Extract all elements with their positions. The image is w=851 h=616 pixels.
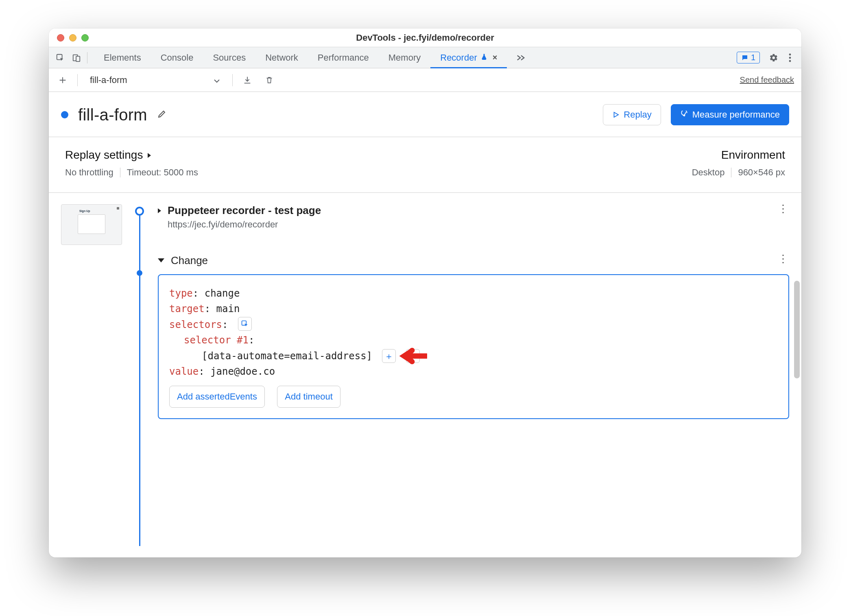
page-thumbnail[interactable]: Sign Up [61, 204, 122, 245]
svg-point-4 [789, 57, 791, 59]
svg-rect-2 [76, 56, 80, 61]
steps-content: Puppeteer recorder - test page https://j… [158, 204, 789, 546]
environment-heading: Environment [721, 149, 785, 162]
step-navigate-title: Puppeteer recorder - test page [168, 204, 321, 217]
annotation-arrow-icon [397, 346, 427, 366]
recording-title: fill-a-form [78, 106, 147, 124]
issues-button[interactable]: 1 [737, 52, 760, 63]
devtools-tabbar: Elements Console Sources Network Perform… [49, 47, 801, 68]
field-target-value[interactable]: main [216, 303, 240, 315]
recording-select[interactable]: fill-a-form [86, 73, 224, 87]
tab-performance[interactable]: Performance [308, 47, 379, 68]
tab-elements[interactable]: Elements [94, 47, 151, 68]
timeout-value: Timeout: 5000 ms [127, 167, 198, 178]
window-title: DevTools - jec.fyi/demo/recorder [356, 33, 494, 43]
step-bullet-nav [135, 207, 144, 216]
flask-icon [480, 52, 488, 63]
recording-status-dot [61, 111, 68, 118]
caret-collapsed-icon [158, 208, 161, 213]
device-toolbar-icon[interactable] [68, 50, 85, 66]
caret-right-icon [147, 149, 152, 162]
steps-panel: Sign Up Puppeteer recorder - test page h… [49, 193, 801, 557]
environment-settings: Environment Desktop 960×546 px [692, 149, 785, 178]
devtools-window: DevTools - jec.fyi/demo/recorder Element… [49, 28, 801, 557]
pick-selector-button[interactable] [238, 317, 252, 331]
chevron-down-icon [214, 75, 220, 85]
svg-point-5 [789, 60, 791, 62]
caret-expanded-icon [158, 258, 164, 262]
replay-settings[interactable]: Replay settings No throttling Timeout: 5… [65, 149, 198, 178]
kebab-menu-icon[interactable] [782, 50, 798, 66]
measure-performance-button[interactable]: Measure performance [671, 104, 789, 125]
more-tabs-button[interactable] [507, 47, 535, 68]
tab-sources[interactable]: Sources [203, 47, 255, 68]
step-bullet-change [137, 270, 142, 276]
close-window-button[interactable] [57, 34, 64, 42]
selector-value[interactable]: [data-automate=email-address] [202, 350, 372, 362]
panel-tabs: Elements Console Sources Network Perform… [94, 47, 535, 68]
tab-memory[interactable]: Memory [379, 47, 430, 68]
replay-settings-heading: Replay settings [65, 149, 143, 162]
divider [87, 52, 87, 63]
tab-console[interactable]: Console [151, 47, 203, 68]
inspect-element-icon[interactable] [52, 50, 68, 66]
svg-point-6 [683, 115, 685, 116]
recording-select-value: fill-a-form [90, 75, 127, 85]
field-type-value[interactable]: change [205, 288, 240, 299]
replay-button[interactable]: Replay [603, 104, 661, 125]
edit-title-button[interactable] [157, 109, 167, 120]
add-timeout-button[interactable]: Add timeout [277, 386, 340, 407]
scrollbar-thumb[interactable] [794, 281, 800, 378]
throttling-value: No throttling [65, 167, 113, 178]
window-titlebar: DevTools - jec.fyi/demo/recorder [49, 28, 801, 47]
tab-recorder[interactable]: Recorder × [430, 47, 507, 68]
settings-gear-icon[interactable] [766, 50, 782, 66]
svg-point-3 [789, 53, 791, 55]
replay-label: Replay [624, 109, 651, 120]
new-recording-button[interactable] [56, 74, 69, 87]
send-feedback-link[interactable]: Send feedback [740, 75, 794, 85]
viewport-value: 960×546 px [738, 167, 785, 178]
step-change-label: Change [171, 254, 208, 267]
zoom-window-button[interactable] [81, 34, 89, 42]
recording-header: fill-a-form Replay Measure performance [49, 92, 801, 137]
step-change[interactable]: Change ⋮ type: change target: main selec… [158, 254, 789, 419]
issues-count: 1 [751, 53, 755, 62]
step-navigate[interactable]: Puppeteer recorder - test page https://j… [158, 204, 789, 230]
device-value: Desktop [692, 167, 725, 178]
step-menu-button[interactable]: ⋮ [778, 257, 789, 261]
measure-label: Measure performance [692, 109, 780, 120]
add-asserted-events-button[interactable]: Add assertedEvents [169, 386, 265, 407]
field-value-value[interactable]: jane@doe.co [210, 366, 275, 377]
tab-network[interactable]: Network [255, 47, 308, 68]
add-selector-button[interactable]: ＋ [382, 349, 396, 363]
step-menu-button[interactable]: ⋮ [778, 207, 789, 211]
minimize-window-button[interactable] [69, 34, 76, 42]
step-details-box: type: change target: main selectors: sel… [158, 274, 789, 419]
close-tab-icon[interactable]: × [493, 53, 498, 62]
export-button[interactable] [241, 74, 254, 87]
timeline [132, 204, 148, 546]
delete-button[interactable] [263, 74, 276, 87]
step-navigate-url: https://jec.fyi/demo/recorder [168, 219, 321, 230]
settings-row: Replay settings No throttling Timeout: 5… [49, 137, 801, 193]
window-traffic-lights [49, 34, 89, 42]
recorder-toolbar: fill-a-form Send feedback [49, 68, 801, 92]
